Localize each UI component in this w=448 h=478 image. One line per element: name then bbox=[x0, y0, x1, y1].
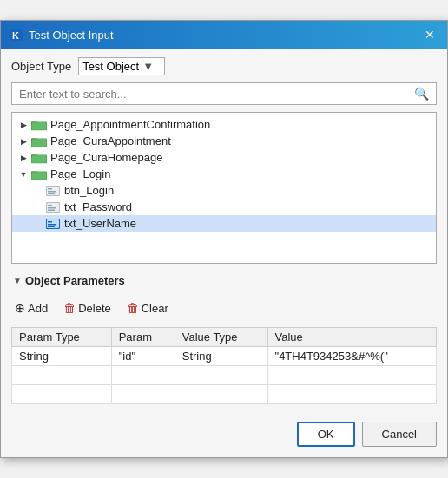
tree-panel[interactable]: ▶ Page_AppointmentConfirmation ▶ Page_Cu… bbox=[11, 112, 437, 264]
ok-button[interactable]: OK bbox=[297, 422, 355, 447]
svg-text:K: K bbox=[12, 30, 19, 41]
spacer bbox=[31, 218, 43, 230]
cell-value-type: String bbox=[175, 347, 267, 366]
col-value-type: Value Type bbox=[175, 328, 267, 347]
expand-icon[interactable]: ▶ bbox=[17, 152, 30, 164]
cell-value: "4TH4T934253&#^%(" bbox=[267, 347, 436, 366]
delete-button[interactable]: 🗑 Delete bbox=[60, 299, 115, 317]
cell-param-type: String bbox=[12, 347, 112, 366]
tree-label: btn_Login bbox=[64, 184, 114, 197]
col-param: Param bbox=[111, 328, 175, 347]
svg-rect-18 bbox=[48, 193, 55, 194]
file-icon bbox=[45, 218, 61, 230]
object-type-value: Test Object bbox=[82, 60, 139, 73]
dialog-title: Test Object Input bbox=[29, 29, 114, 42]
tree-label: txt_UserName bbox=[64, 217, 136, 230]
tree-label: Page_AppointmentConfirmation bbox=[50, 118, 210, 131]
col-param-type: Param Type bbox=[12, 328, 112, 347]
tree-item-page-cura-home[interactable]: ▶ Page_CuraHomepage bbox=[12, 149, 436, 166]
folder-icon bbox=[31, 152, 47, 164]
svg-rect-21 bbox=[48, 205, 52, 206]
title-bar: K Test Object Input ✕ bbox=[1, 21, 447, 49]
search-bar: 🔍 bbox=[11, 82, 437, 105]
svg-rect-22 bbox=[48, 207, 56, 209]
clear-button[interactable]: 🗑 Clear bbox=[123, 299, 172, 317]
svg-rect-28 bbox=[48, 226, 55, 227]
svg-rect-23 bbox=[48, 209, 55, 211]
expand-icon[interactable]: ▶ bbox=[17, 135, 30, 147]
add-icon: ⊕ bbox=[15, 301, 25, 315]
table-row-empty-2 bbox=[12, 385, 437, 404]
delete-label: Delete bbox=[78, 302, 111, 315]
tree-item-page-login[interactable]: ▼ Page_Login bbox=[12, 166, 436, 182]
dialog-container: K Test Object Input ✕ Object Type Test O… bbox=[0, 20, 448, 458]
close-button[interactable]: ✕ bbox=[421, 26, 438, 43]
file-icon bbox=[45, 201, 61, 213]
expand-icon[interactable]: ▶ bbox=[17, 119, 30, 131]
cell-param: "id" bbox=[111, 347, 175, 366]
tree-label: Page_CuraAppointment bbox=[50, 134, 171, 147]
tree-item-btn-login[interactable]: btn_Login bbox=[12, 182, 436, 199]
svg-rect-26 bbox=[48, 221, 52, 223]
col-value: Value bbox=[267, 328, 436, 347]
spacer bbox=[31, 201, 43, 213]
table-row-empty-1 bbox=[12, 366, 437, 385]
cancel-button[interactable]: Cancel bbox=[362, 422, 437, 447]
trash-icon: 🗑 bbox=[63, 301, 76, 315]
file-icon bbox=[45, 185, 61, 197]
tree-label: Page_CuraHomepage bbox=[50, 151, 162, 164]
add-button[interactable]: ⊕ Add bbox=[11, 299, 51, 317]
tree-item-page-appt[interactable]: ▶ Page_AppointmentConfirmation bbox=[12, 116, 436, 133]
object-type-row: Object Type Test Object ▼ bbox=[11, 57, 437, 75]
params-table: Param Type Param Value Type Value String… bbox=[11, 327, 437, 404]
clear-icon: 🗑 bbox=[127, 301, 139, 315]
add-label: Add bbox=[28, 302, 48, 315]
search-input[interactable] bbox=[19, 88, 409, 101]
svg-rect-7 bbox=[32, 139, 46, 146]
folder-icon bbox=[31, 135, 47, 147]
object-params-header: ▼ Object Parameters bbox=[11, 271, 437, 291]
dialog-footer: OK Cancel bbox=[1, 413, 447, 457]
table-row[interactable]: String "id" String "4TH4T934253&#^%(" bbox=[12, 347, 437, 366]
object-params-label: Object Parameters bbox=[25, 274, 125, 287]
expand-icon[interactable]: ▼ bbox=[17, 168, 30, 180]
tree-label: Page_Login bbox=[50, 167, 110, 180]
svg-rect-16 bbox=[48, 188, 52, 190]
svg-rect-4 bbox=[32, 122, 46, 129]
spacer bbox=[31, 185, 43, 197]
object-type-select[interactable]: Test Object ▼ bbox=[78, 57, 165, 75]
folder-icon bbox=[31, 119, 47, 131]
chevron-down-icon: ▼ bbox=[142, 60, 154, 73]
section-chevron-icon: ▼ bbox=[13, 276, 22, 285]
tree-item-txt-password[interactable]: txt_Password bbox=[12, 199, 436, 215]
title-bar-left: K Test Object Input bbox=[10, 28, 114, 42]
folder-icon-open bbox=[31, 168, 47, 180]
tree-item-page-cura-appt[interactable]: ▶ Page_CuraAppointment bbox=[12, 133, 436, 149]
app-icon: K bbox=[10, 28, 23, 42]
params-toolbar: ⊕ Add 🗑 Delete 🗑 Clear bbox=[11, 298, 437, 320]
table-header-row: Param Type Param Value Type Value bbox=[12, 328, 437, 347]
search-icon: 🔍 bbox=[414, 87, 429, 101]
tree-item-txt-username[interactable]: txt_UserName bbox=[12, 215, 436, 232]
svg-rect-13 bbox=[32, 172, 46, 179]
tree-label: txt_Password bbox=[64, 200, 132, 213]
clear-label: Clear bbox=[142, 302, 168, 315]
object-type-label: Object Type bbox=[11, 60, 71, 73]
svg-rect-27 bbox=[48, 224, 56, 226]
dialog-body: Object Type Test Object ▼ 🔍 ▶ Page_Appoi… bbox=[1, 49, 447, 413]
svg-rect-10 bbox=[32, 155, 46, 162]
svg-rect-17 bbox=[48, 191, 56, 193]
